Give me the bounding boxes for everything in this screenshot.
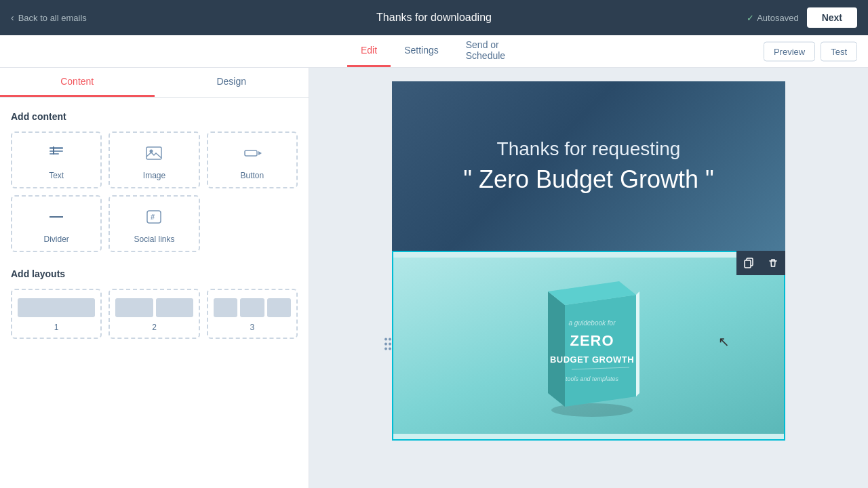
layout-bar [240, 298, 264, 317]
social-icon: # [144, 207, 163, 229]
content-item-image[interactable]: Image [108, 131, 199, 188]
svg-point-12 [389, 338, 391, 341]
layout-2col-label: 2 [152, 323, 157, 332]
button-icon [243, 144, 262, 165]
svg-text:BUDGET GROWTH: BUDGET GROWTH [550, 354, 634, 365]
sidebar: Content Design Add content [0, 68, 309, 488]
sidebar-tabs: Content Design [0, 68, 309, 98]
autosaved-check-icon: ✓ [747, 13, 754, 23]
book-svg: a guidebook for ZERO BUDGET GROWTH tools… [528, 271, 650, 420]
layout-3col-preview [214, 298, 291, 317]
layout-bar [115, 298, 153, 317]
svg-point-16 [389, 348, 391, 350]
layout-2col-preview [115, 298, 193, 317]
svg-text:tools and templates: tools and templates [566, 375, 619, 382]
layout-1col-preview [18, 298, 95, 317]
sidebar-content-tab-label: Content [60, 76, 94, 87]
book-image-container: a guidebook for ZERO BUDGET GROWTH tools… [393, 258, 784, 434]
text-item-label: Text [49, 171, 64, 180]
layout-item-3col[interactable]: 3 [207, 289, 298, 339]
svg-rect-6 [245, 150, 257, 156]
copy-block-button[interactable] [736, 251, 761, 275]
svg-text:#: # [151, 213, 155, 221]
svg-rect-3 [53, 146, 54, 155]
layout-bar [18, 298, 95, 317]
autosaved-status: ✓ Autosaved [747, 13, 798, 23]
svg-rect-0 [50, 147, 63, 149]
autosaved-label: Autosaved [757, 13, 798, 23]
email-image-block[interactable]: a guidebook for ZERO BUDGET GROWTH tools… [392, 251, 785, 441]
sidebar-tab-content[interactable]: Content [0, 68, 155, 97]
divider-icon [47, 207, 66, 229]
divider-item-label: Divider [43, 235, 68, 244]
tab-edit[interactable]: Edit [347, 35, 391, 67]
preview-button[interactable]: Preview [764, 41, 815, 61]
sub-nav-right-buttons: Preview Test [764, 41, 857, 61]
email-canvas: Thanks for requesting " Zero Budget Grow… [309, 68, 868, 488]
tab-send-schedule[interactable]: Send or Schedule [452, 35, 521, 67]
svg-point-15 [384, 348, 387, 350]
layout-1col-label: 1 [54, 323, 59, 332]
email-title: Thanks for downloading [376, 12, 492, 24]
text-icon [47, 144, 66, 165]
layout-bar [156, 298, 193, 317]
back-arrow-icon: ‹ [11, 12, 14, 23]
button-item-label: Button [240, 171, 264, 180]
email-heading-line2: " Zero Budget Growth " [463, 165, 714, 194]
content-items-grid: Text Image [11, 131, 298, 252]
sub-navigation: Edit Settings Send or Schedule Preview T… [0, 35, 868, 68]
content-item-divider[interactable]: Divider [11, 195, 102, 252]
email-heading-line1: Thanks for requesting [497, 138, 681, 160]
layout-items-grid: 1 2 3 [11, 289, 298, 339]
layout-bar [214, 298, 237, 317]
block-actions [736, 251, 785, 275]
email-header-block[interactable]: Thanks for requesting " Zero Budget Grow… [392, 81, 785, 251]
layout-item-1col[interactable]: 1 [11, 289, 102, 339]
layout-3col-label: 3 [250, 323, 254, 332]
social-item-label: Social links [134, 235, 174, 244]
back-to-emails-link[interactable]: ‹ Back to all emails [11, 12, 87, 23]
svg-point-11 [384, 338, 387, 341]
content-item-text[interactable]: Text [11, 131, 102, 188]
image-icon [144, 144, 163, 165]
add-layouts-title: Add layouts [11, 268, 298, 279]
layout-item-2col[interactable]: 2 [108, 289, 199, 339]
content-item-social[interactable]: # Social links [108, 195, 199, 252]
test-button[interactable]: Test [821, 41, 857, 61]
svg-marker-7 [258, 151, 262, 155]
tab-settings[interactable]: Settings [391, 35, 452, 67]
svg-rect-18 [745, 260, 751, 268]
tab-edit-label: Edit [361, 45, 377, 56]
sidebar-content-area: Add content Text [0, 98, 309, 352]
top-navigation: ‹ Back to all emails Thanks for download… [0, 0, 868, 35]
layout-bar [267, 298, 291, 317]
svg-rect-4 [146, 147, 161, 159]
drag-handle-icon[interactable] [384, 338, 392, 354]
add-content-title: Add content [11, 111, 298, 122]
image-item-label: Image [143, 171, 165, 180]
tab-settings-label: Settings [404, 45, 439, 56]
sidebar-design-tab-label: Design [216, 76, 246, 87]
nav-right-actions: ✓ Autosaved Next [747, 7, 857, 28]
content-item-button[interactable]: Button [207, 131, 298, 188]
main-layout: Content Design Add content [0, 68, 868, 488]
svg-text:ZERO: ZERO [570, 332, 614, 349]
delete-block-button[interactable] [761, 251, 785, 275]
back-link-label: Back to all emails [18, 13, 87, 23]
email-preview: Thanks for requesting " Zero Budget Grow… [392, 81, 785, 441]
sidebar-tab-design[interactable]: Design [155, 68, 309, 97]
next-button[interactable]: Next [807, 7, 857, 28]
svg-point-14 [389, 343, 391, 346]
svg-rect-1 [50, 150, 63, 152]
svg-text:a guidebook for: a guidebook for [569, 319, 616, 327]
svg-point-13 [384, 343, 387, 346]
tab-send-schedule-label: Send or Schedule [466, 39, 507, 61]
